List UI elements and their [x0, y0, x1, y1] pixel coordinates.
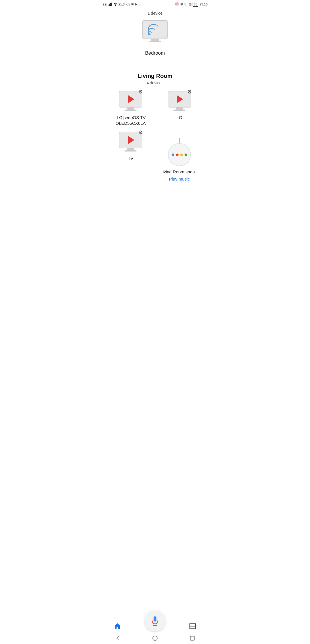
- speed-label: 21.8 K/s: [119, 3, 130, 6]
- lg-webos-label: [LG] webOS TVOLED55CX6LA: [115, 115, 146, 126]
- tv-icon-wrapper: ⚙: [119, 132, 142, 152]
- lg-play-icon: [177, 95, 183, 103]
- wifi-icon: [113, 3, 118, 6]
- lg-icon-wrapper: ⚙: [168, 91, 191, 111]
- tv-base-stem: [151, 39, 159, 41]
- svg-point-4: [115, 5, 115, 6]
- bedroom-device-icon-container: [141, 20, 169, 43]
- living-room-title: Living Room: [105, 73, 205, 79]
- dot-red: [176, 154, 179, 156]
- tv-device[interactable]: ⚙ TV: [108, 132, 154, 181]
- cast-signal: [148, 24, 162, 35]
- lg-webos-stem: [127, 108, 134, 110]
- main-content: 1 device: [99, 8, 211, 219]
- lg-foot: [173, 110, 185, 111]
- device-grid: ⚙ [LG] webOS TVOLED55CX6LA ⚙ LG: [105, 91, 205, 181]
- tv-label: TV: [128, 156, 133, 161]
- section-divider: [99, 65, 211, 65]
- lg-gear-icon[interactable]: ⚙: [187, 89, 193, 95]
- speaker-icon: [168, 143, 191, 166]
- lg-webos-foot: [125, 110, 137, 111]
- dot-green: [185, 154, 187, 156]
- moon-icon: ☾: [184, 2, 187, 6]
- living-room-section: Living Room 4 devices ⚙ [LG] webOS TVOLE…: [99, 68, 211, 184]
- battery-label: 76: [193, 2, 198, 7]
- dot-yellow: [180, 154, 183, 156]
- speaker-icon-wrapper: [168, 132, 191, 166]
- status-left: EE 21.8 K/s 👁 N ⌂: [102, 2, 140, 6]
- play-music-link[interactable]: Play music: [169, 177, 190, 181]
- tv-box: [142, 20, 168, 39]
- speaker-dots: [172, 154, 187, 156]
- speaker-label: Living Room spea...: [160, 169, 199, 175]
- tv-gear-icon[interactable]: ⚙: [138, 129, 145, 136]
- eye-icon: 👁: [131, 2, 134, 6]
- vibrate-icon: ▥: [189, 3, 191, 6]
- lg-webos-play-icon: [128, 95, 134, 103]
- cast-arc-large: [148, 24, 159, 35]
- tv-play-icon: [128, 136, 134, 144]
- lg-webos-gear-icon[interactable]: ⚙: [138, 89, 145, 95]
- chromecast-tv-icon: [142, 20, 168, 42]
- status-right: ⏰ ✻ ☾ ▥ 76 23:16: [175, 2, 208, 7]
- tv-stem: [127, 148, 134, 150]
- lg-webos-tv-device[interactable]: ⚙ [LG] webOS TVOLED55CX6LA: [108, 91, 154, 126]
- tv-foot: [125, 150, 137, 152]
- lg-device[interactable]: ⚙ LG: [156, 91, 202, 126]
- bedroom-device-label: Bedroom: [145, 50, 165, 56]
- bedroom-device-count: 1 device: [105, 11, 205, 16]
- svg-rect-0: [108, 5, 108, 6]
- svg-rect-2: [110, 3, 111, 6]
- speaker-wire: [179, 138, 180, 143]
- lg-label: LG: [177, 115, 182, 120]
- lg-stem: [176, 108, 183, 110]
- time-label: 23:16: [199, 3, 208, 6]
- living-room-device-count: 4 devices: [105, 80, 205, 85]
- status-bar: EE 21.8 K/s 👁 N ⌂ ⏰ ✻ ☾ ▥ 76 23:16: [99, 0, 211, 8]
- dot-blue: [172, 154, 174, 156]
- svg-rect-3: [111, 3, 112, 6]
- alarm-icon: ⏰: [175, 2, 179, 6]
- bedroom-device[interactable]: Bedroom: [132, 20, 178, 56]
- bedroom-device-grid: Bedroom: [105, 20, 205, 56]
- signal-icon: [108, 3, 112, 6]
- bluetooth-icon: ✻: [180, 2, 183, 6]
- bedroom-section: 1 device: [99, 8, 211, 62]
- svg-rect-1: [109, 4, 110, 6]
- nfc-icon: N: [135, 3, 137, 6]
- home-status-icon: ⌂: [138, 3, 140, 6]
- carrier-label: EE: [102, 3, 107, 6]
- lg-webos-icon-wrapper: ⚙: [119, 91, 142, 111]
- speaker-device[interactable]: Living Room spea... Play music: [156, 132, 202, 181]
- tv-base-foot: [149, 41, 161, 42]
